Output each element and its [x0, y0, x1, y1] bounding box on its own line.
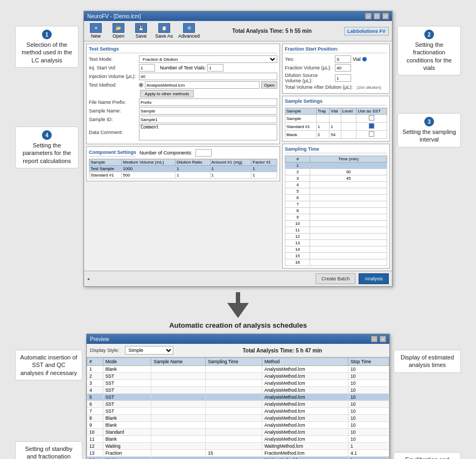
- sample-col-vial: Vial: [330, 108, 341, 115]
- col-method: Method: [262, 358, 348, 366]
- test-method-row: Test Method: Open: [89, 81, 277, 89]
- col-medium-vol: Medium Volume (mL): [122, 159, 176, 166]
- close-btn[interactable]: ×: [382, 13, 389, 19]
- sampling-time-row[interactable]: 11: [285, 227, 387, 234]
- minimize-btn[interactable]: −: [365, 13, 372, 19]
- test-method-input[interactable]: [145, 81, 260, 89]
- data-comment-row: Data Comment: Comment: [89, 124, 277, 140]
- preview-row[interactable]: 6SSTAnalysisMethod.lcm10: [87, 401, 389, 408]
- sampling-time-row[interactable]: 4: [285, 182, 387, 188]
- inj-start-row: Inj. Start Vol: Number of Test Vials:: [89, 64, 277, 72]
- sampling-time-row[interactable]: 9: [285, 214, 387, 221]
- preview-row[interactable]: 4SSTAnalysisMethod.lcm10: [87, 387, 389, 394]
- sampling-time-row[interactable]: 6: [285, 195, 387, 201]
- sampling-time-row[interactable]: 14: [285, 246, 387, 253]
- st-col-num: #: [285, 156, 310, 163]
- sampling-time-row[interactable]: 13: [285, 240, 387, 246]
- file-prefix-input[interactable]: [139, 98, 277, 106]
- data-comment-label: Data Comment:: [89, 130, 137, 135]
- preview-row[interactable]: 14WaitingWaitingMethod.lcm1: [87, 457, 389, 460]
- open-method-btn[interactable]: Open: [261, 81, 277, 89]
- preview-row[interactable]: 7SSTAnalysisMethod.lcm10: [87, 408, 389, 415]
- frac-vol-label: Fraction Volume (µL):: [285, 65, 333, 70]
- maximize-btn[interactable]: □: [374, 13, 380, 19]
- test-settings-title: Test Settings: [89, 46, 277, 53]
- data-comment-input[interactable]: Comment: [139, 124, 277, 140]
- file-prefix-row: File Name Prefix:: [89, 98, 277, 106]
- saveas-button[interactable]: 📋 Save As: [155, 23, 173, 39]
- sampling-time-row[interactable]: 7: [285, 201, 387, 208]
- ann2-text: Setting the fractionation conditions for…: [402, 41, 456, 72]
- inj-vol-input[interactable]: [139, 73, 277, 80]
- preview-controls[interactable]: − ×: [371, 336, 386, 342]
- sample-row[interactable]: Sample: [285, 115, 387, 123]
- sampling-time-row[interactable]: 230: [285, 169, 387, 175]
- sample-name-input[interactable]: [139, 107, 277, 115]
- annotation-7: Display of estimated analysis times: [394, 350, 461, 373]
- create-batch-btn[interactable]: Create Batch: [316, 273, 356, 284]
- num-vials-input[interactable]: [207, 64, 223, 72]
- preview-minimize-btn[interactable]: −: [371, 336, 377, 342]
- preview-row[interactable]: 10StandardAnalysisMethod.lcm10: [87, 429, 389, 436]
- preview-row[interactable]: 3SSTAnalysisMethod.lcm10: [87, 380, 389, 387]
- sampling-time-row[interactable]: 12: [285, 234, 387, 240]
- sample-col-sst: Use as SST: [356, 108, 387, 115]
- window-footer: ● Create Batch Analysis: [84, 271, 392, 286]
- open-button[interactable]: 📂 Open: [110, 23, 127, 39]
- preview-row[interactable]: 1BlankAnalysisMethod.lcm10: [87, 366, 389, 373]
- save-button[interactable]: 💾 Save: [132, 23, 150, 39]
- test-method-radio[interactable]: [139, 83, 143, 87]
- main-toolbar: ✦ New 📂 Open 💾 Save 📋 Save As ⚙ Adv: [84, 21, 392, 41]
- inj-start-input[interactable]: [139, 64, 155, 72]
- preview-row[interactable]: 12WaitingWaitingMethod.lcm1: [87, 443, 389, 450]
- yes-row: Yes: Vial: [285, 55, 387, 63]
- col-sample-name: Sample Name: [151, 358, 206, 366]
- sample-row[interactable]: Standard #111: [285, 123, 387, 131]
- test-mode-select[interactable]: Fraction & Dilution: [139, 55, 277, 63]
- annotation-1: 1 Selection of the method used in the LC…: [15, 26, 79, 68]
- sampling-time-row[interactable]: 10: [285, 221, 387, 227]
- dil-vol-input[interactable]: [335, 74, 351, 82]
- sampling-time-row[interactable]: 16: [285, 259, 387, 266]
- st-col-time: Time (min): [310, 156, 387, 163]
- sample-col-tray: Tray: [316, 108, 330, 115]
- preview-row[interactable]: 8BlankAnalysisMethod.lcm10: [87, 415, 389, 422]
- annotation-6: Setting of standby and fractionation con…: [15, 441, 82, 459]
- num-components-input[interactable]: [195, 149, 212, 157]
- preview-table-wrapper[interactable]: # Mode Sample Name Sampling Time Method …: [87, 357, 389, 459]
- dil-vol-row: Dilution Source Volume (µL):: [285, 73, 387, 83]
- preview-row[interactable]: 11BlankAnalysisMethod.lcm10: [87, 436, 389, 443]
- analysis-btn[interactable]: Analysis: [359, 273, 389, 284]
- new-button[interactable]: ✦ New: [87, 23, 104, 39]
- sampling-time-row[interactable]: 5: [285, 188, 387, 195]
- sample-table: Sample Tray Vial Level Use as SST Sample…: [285, 108, 387, 139]
- sampling-time-row[interactable]: 345: [285, 175, 387, 182]
- yes-input[interactable]: [335, 55, 351, 63]
- preview-row[interactable]: 5SSTAnalysisMethod.lcm10: [87, 394, 389, 401]
- inj-vol-row: Injection Volume (µL):: [89, 73, 277, 80]
- component-settings-title: Component Settings: [89, 150, 136, 157]
- sampling-time-row[interactable]: 1: [285, 163, 387, 169]
- display-style-label: Display Style:: [90, 348, 120, 353]
- preview-row[interactable]: 9BlankAnalysisMethod.lcm10: [87, 422, 389, 429]
- frac-vol-input[interactable]: [335, 64, 351, 72]
- sampling-time-row[interactable]: 15: [285, 253, 387, 259]
- component-row[interactable]: Test Sample1000111: [89, 166, 277, 172]
- component-row[interactable]: Standard #1500111: [89, 172, 277, 179]
- sample-id-label: Sample ID:: [89, 117, 137, 122]
- advanced-button[interactable]: ⚙ Advanced: [178, 23, 200, 39]
- arrow-head: [227, 303, 249, 318]
- window-title: NeuroFV - [Demo.lcm]: [87, 13, 141, 19]
- yes-label: Yes:: [285, 57, 333, 62]
- sampling-time-row[interactable]: 8: [285, 208, 387, 214]
- app-logo: LabSolutions FV: [344, 27, 389, 36]
- sample-row[interactable]: Blank254: [285, 131, 387, 139]
- sample-id-input[interactable]: [139, 116, 277, 123]
- ann5-text: Automatic insertion of SST and QC analys…: [20, 354, 78, 377]
- window-controls[interactable]: − □ ×: [365, 13, 389, 19]
- preview-row[interactable]: 13Fraction15FractionMethod.lcm4.1: [87, 450, 389, 457]
- apply-btn[interactable]: Apply to other methods: [140, 90, 194, 97]
- preview-row[interactable]: 2SSTAnalysisMethod.lcm10: [87, 373, 389, 380]
- preview-close-btn[interactable]: ×: [380, 336, 386, 342]
- display-style-select[interactable]: Simple: [125, 346, 173, 355]
